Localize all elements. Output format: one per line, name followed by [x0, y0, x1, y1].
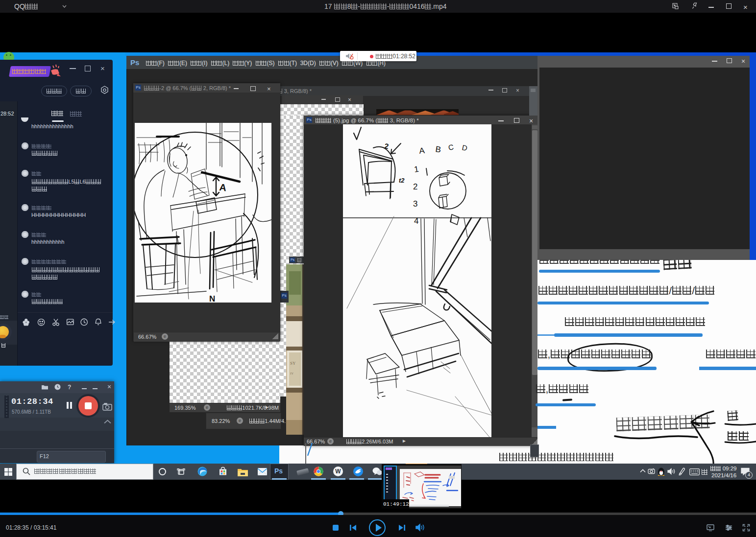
svg-text:2: 2 [413, 182, 417, 191]
svg-text:2: 2 [384, 141, 389, 150]
svg-text:B: B [435, 144, 441, 154]
svg-text:A: A [418, 146, 425, 156]
svg-text:C: C [448, 142, 455, 152]
svg-text:1: 1 [414, 164, 419, 174]
svg-text:N: N [209, 294, 215, 303]
svg-text:A: A [219, 182, 227, 193]
svg-text:3: 3 [413, 199, 417, 209]
svg-text:t2: t2 [399, 177, 405, 184]
svg-text:SY: SY [290, 361, 296, 366]
svg-text:D: D [461, 143, 468, 152]
svg-text:IY: IY [290, 372, 293, 375]
